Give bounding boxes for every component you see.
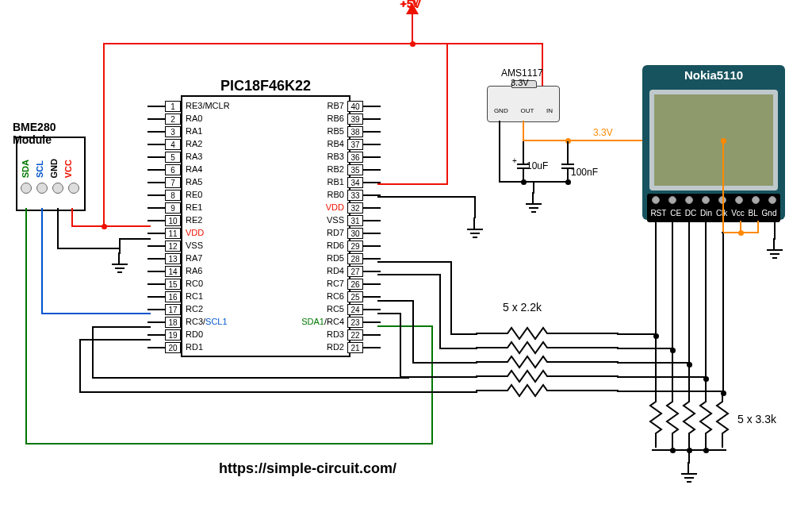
mcu-right-pin-35: 35 xyxy=(347,164,381,176)
mcu-right-pin-24: 24 xyxy=(347,303,381,316)
mcu-right-pin-37: 37 xyxy=(347,138,381,151)
reg-name: AMS1117 xyxy=(501,67,543,79)
mcu-left-pin-9: 9 xyxy=(147,202,181,214)
wire-vss31 xyxy=(377,196,476,198)
nokia-pin-dc: DC xyxy=(685,209,696,217)
series-res-label: 5 x 2.2k xyxy=(503,301,542,314)
reg-sub: 3.3V xyxy=(511,78,529,87)
mcu-left-pin-16: 16 xyxy=(147,291,181,303)
nokia-ce-v xyxy=(672,221,673,349)
nokia-gnd-v xyxy=(774,221,776,240)
bme-vcc-wire-h xyxy=(71,225,105,227)
nokia-pin-gnd: Gnd xyxy=(762,209,777,217)
mcu-right-pin-38: 38 xyxy=(347,125,381,138)
mcu-right-pin-23: 23 xyxy=(347,316,381,329)
wire-5v-to-vdd32 xyxy=(446,43,448,185)
reg-pin-in: IN xyxy=(546,107,553,114)
nokia-pin-ce: CE xyxy=(670,209,681,217)
bme-pin-scl: SCL xyxy=(35,160,44,178)
reg-pin-out: OUT xyxy=(520,107,534,114)
nokia5110: Nokia5110 RST CE DC Din Clk Vcc BL Gnd xyxy=(642,65,785,220)
reg-gnd-v xyxy=(499,121,500,181)
bme-sda-v xyxy=(25,208,27,444)
mcu-left-pin-1: 1 xyxy=(147,100,181,113)
bme-pin-vcc: VCC xyxy=(63,160,73,178)
nokia-dc-v xyxy=(688,221,690,364)
cap1-label: 10uF xyxy=(527,160,548,171)
source-url: https://simple-circuit.com/ xyxy=(219,460,396,477)
bme-scl-v xyxy=(41,208,43,314)
mcu-right-pin-30: 30 xyxy=(347,227,381,240)
bme-gnd-to-vss xyxy=(119,238,151,240)
nokia-vcc-v xyxy=(722,140,724,233)
mcu-left-pin-7: 7 xyxy=(147,176,181,189)
mcu-left-pin-5: 5 xyxy=(147,151,181,164)
regulator: GND OUT IN xyxy=(487,86,560,122)
mcu-right-pin-27: 27 xyxy=(347,265,381,278)
bme-pin-sda: SDA xyxy=(21,160,30,178)
bme-gnd-v2 xyxy=(119,238,121,254)
nokia-title: Nokia5110 xyxy=(642,65,785,82)
nokia-pin-din: Din xyxy=(700,209,712,217)
bme280-title: BME280 Module xyxy=(13,121,84,146)
gnd-bme xyxy=(112,264,128,275)
gnd-pulldown xyxy=(681,473,697,484)
mcu-left-pin-15: 15 xyxy=(147,278,181,291)
wire-5v-pin32 xyxy=(377,183,448,185)
series-resistors xyxy=(476,316,619,403)
wire-5v-vert xyxy=(412,14,413,44)
nokia-pin-rst: RST xyxy=(650,209,666,217)
bme-gnd-h xyxy=(57,248,121,249)
reg-out-v xyxy=(523,121,524,141)
mcu-right-pin-32: 32 xyxy=(347,202,381,214)
mcu-left-pin-19: 19 xyxy=(147,329,181,341)
mcu-left-pin-8: 8 xyxy=(147,189,181,202)
mcu-right-pin-22: 22 xyxy=(347,329,381,341)
mcu-left-pin-17: 17 xyxy=(147,303,181,316)
mcu-right-pin-31: 31 xyxy=(347,214,381,227)
nokia-pin-vcc: Vcc xyxy=(731,209,745,217)
bme-scl-h xyxy=(41,313,151,314)
mcu-left-pin-18: 18 xyxy=(147,316,181,329)
wire-5v-left-v xyxy=(103,43,105,227)
mcu-left-pin-2: 2 xyxy=(147,113,181,125)
gnd-reg xyxy=(526,203,542,214)
label-5v: +5V xyxy=(400,0,421,10)
mcu-right-pin-36: 36 xyxy=(347,151,381,164)
mcu-right-pin-34: 34 xyxy=(347,176,381,189)
mcu-left-pin-10: 10 xyxy=(147,214,181,227)
bme-sda-h xyxy=(25,443,433,444)
mcu-left-pin-14: 14 xyxy=(147,265,181,278)
mcu-name: PIC18F46K22 xyxy=(182,78,349,94)
mcu-left-pin-12: 12 xyxy=(147,240,181,252)
wire-5v-top-h xyxy=(103,43,448,44)
mcu-right-pin-29: 29 xyxy=(347,240,381,252)
mcu-left-pin-4: 4 xyxy=(147,138,181,151)
reg-pin-gnd: GND xyxy=(494,107,508,114)
pulldown-resistors xyxy=(649,392,736,456)
mcu-right-pin-28: 28 xyxy=(347,252,381,265)
mcu-left-pin-11: 11 xyxy=(147,227,181,240)
node-vcc xyxy=(102,224,107,229)
mcu-left-pin-13: 13 xyxy=(147,252,181,265)
gnd-nokia xyxy=(767,249,783,260)
wire-5v-to-reg xyxy=(412,43,543,44)
nokia-pin-bl: BL xyxy=(749,209,758,217)
mcu-right-pin-25: 25 xyxy=(347,291,381,303)
bme-pin-gnd: GND xyxy=(49,159,59,178)
nokia-clk-v xyxy=(722,233,724,392)
mcu-right-pin-40: 40 xyxy=(347,100,381,113)
mcu-left-pin-20: 20 xyxy=(147,341,181,354)
bme280-module: BME280 Module SDA SCL GND VCC xyxy=(16,137,86,211)
gnd-vss31 xyxy=(467,229,483,240)
wire-5v-to-vdd11 xyxy=(103,225,151,227)
bme-vcc-wire-v xyxy=(71,208,73,227)
mcu-right-pin-21: 21 xyxy=(347,341,381,354)
pulldown-label: 5 x 3.3k xyxy=(737,413,776,425)
cap2-label: 100nF xyxy=(571,167,598,178)
nokia-din-v xyxy=(705,221,707,378)
mcu-right-pin-26: 26 xyxy=(347,278,381,291)
mcu-left-pin-6: 6 xyxy=(147,164,181,176)
mcu-right-pin-33: 33 xyxy=(347,189,381,202)
nokia-rst-v xyxy=(655,221,657,335)
